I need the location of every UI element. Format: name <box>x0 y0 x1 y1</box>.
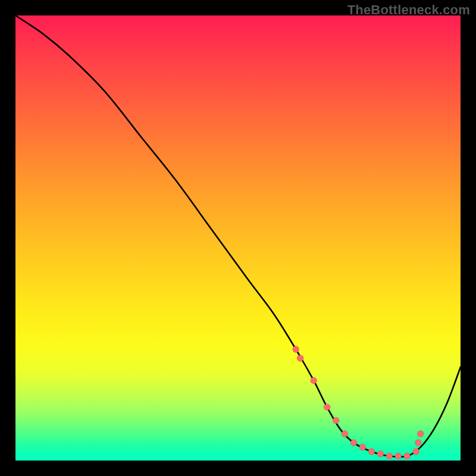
marker-dot <box>359 444 366 450</box>
marker-dot <box>413 449 419 455</box>
marker-dot <box>395 453 402 459</box>
marker-dot <box>415 440 421 446</box>
highlight-markers <box>293 346 424 460</box>
marker-dot <box>417 431 424 437</box>
chart-frame: TheBottleneck.com <box>0 0 476 476</box>
marker-dot <box>297 355 303 362</box>
marker-dot <box>324 404 330 411</box>
chart-svg <box>15 15 461 461</box>
watermark-text: TheBottleneck.com <box>347 2 470 18</box>
marker-dot <box>404 453 411 459</box>
marker-dot <box>342 431 348 437</box>
marker-dot <box>368 449 375 455</box>
plot-area <box>15 15 461 461</box>
marker-dot <box>293 346 299 353</box>
marker-dot <box>386 453 393 459</box>
marker-dot <box>333 417 339 424</box>
marker-dot <box>350 440 357 446</box>
marker-dot <box>377 450 384 457</box>
marker-dot <box>311 377 317 384</box>
bottleneck-curve-path <box>15 15 461 457</box>
